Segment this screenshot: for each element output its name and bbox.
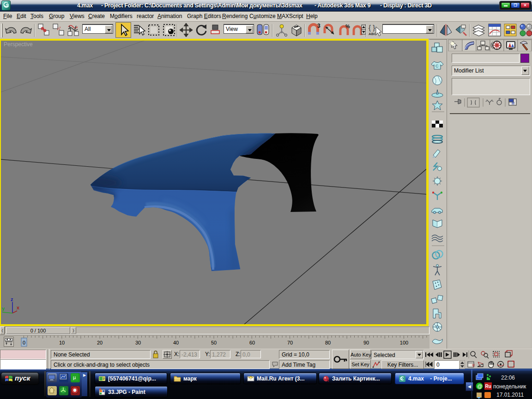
- svg-text:y: y: [2, 306, 5, 311]
- svg-text:z: z: [11, 296, 13, 302]
- svg-text:20: 20: [97, 340, 103, 345]
- svg-text:60: 60: [249, 340, 255, 345]
- svg-text:100: 100: [400, 340, 408, 345]
- svg-text:3: 3: [317, 23, 320, 29]
- svg-text:10: 10: [59, 340, 65, 345]
- svg-text:µ: µ: [73, 375, 76, 380]
- svg-text:Ru: Ru: [485, 384, 491, 389]
- svg-text:C: C: [435, 64, 439, 68]
- svg-text:80: 80: [325, 340, 331, 345]
- svg-text:@: @: [478, 383, 483, 389]
- svg-text:{ }: { }: [369, 24, 375, 31]
- svg-text:0: 0: [23, 340, 25, 345]
- svg-text:50: 50: [211, 340, 217, 345]
- svg-text:70: 70: [287, 340, 293, 345]
- svg-text:40: 40: [173, 340, 179, 345]
- svg-text:90: 90: [363, 340, 369, 345]
- svg-text:%: %: [345, 24, 350, 29]
- svg-text:30: 30: [135, 340, 141, 345]
- svg-text:ABC: ABC: [369, 32, 377, 36]
- svg-text:x: x: [17, 305, 20, 310]
